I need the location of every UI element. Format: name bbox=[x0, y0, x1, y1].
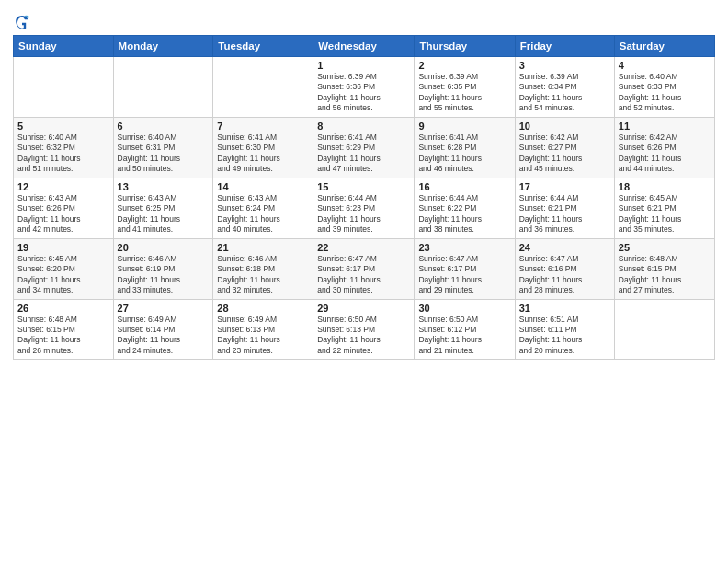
weekday-header-monday: Monday bbox=[113, 36, 213, 57]
calendar-table: SundayMondayTuesdayWednesdayThursdayFrid… bbox=[13, 35, 715, 360]
day-info: Sunrise: 6:42 AMSunset: 6:27 PMDaylight:… bbox=[519, 132, 610, 175]
day-number: 26 bbox=[17, 303, 109, 314]
calendar-cell: 6Sunrise: 6:40 AMSunset: 6:31 PMDaylight… bbox=[113, 117, 213, 178]
day-number: 2 bbox=[418, 60, 510, 71]
day-number: 31 bbox=[519, 303, 610, 314]
weekday-header-friday: Friday bbox=[515, 36, 614, 57]
calendar-cell: 10Sunrise: 6:42 AMSunset: 6:27 PMDayligh… bbox=[515, 117, 614, 178]
calendar-cell: 16Sunrise: 6:44 AMSunset: 6:22 PMDayligh… bbox=[415, 178, 515, 238]
day-info: Sunrise: 6:41 AMSunset: 6:30 PMDaylight:… bbox=[217, 132, 309, 175]
day-info: Sunrise: 6:50 AMSunset: 6:13 PMDaylight:… bbox=[317, 315, 410, 357]
day-info: Sunrise: 6:40 AMSunset: 6:33 PMDaylight:… bbox=[619, 72, 711, 114]
day-info: Sunrise: 6:51 AMSunset: 6:11 PMDaylight:… bbox=[519, 315, 610, 357]
day-info: Sunrise: 6:39 AMSunset: 6:35 PMDaylight:… bbox=[418, 72, 510, 114]
day-number: 14 bbox=[217, 181, 309, 192]
calendar-cell: 8Sunrise: 6:41 AMSunset: 6:29 PMDaylight… bbox=[313, 117, 415, 178]
calendar-cell: 27Sunrise: 6:49 AMSunset: 6:14 PMDayligh… bbox=[113, 299, 213, 360]
weekday-header-wednesday: Wednesday bbox=[313, 36, 415, 57]
day-number: 7 bbox=[217, 121, 309, 132]
day-number: 11 bbox=[619, 121, 711, 132]
day-number: 3 bbox=[519, 60, 610, 71]
day-number: 29 bbox=[317, 303, 410, 314]
weekday-header-thursday: Thursday bbox=[415, 36, 515, 57]
day-info: Sunrise: 6:48 AMSunset: 6:15 PMDaylight:… bbox=[619, 254, 711, 296]
day-number: 30 bbox=[418, 303, 510, 314]
day-number: 18 bbox=[619, 181, 711, 192]
calendar-week-row: 1Sunrise: 6:39 AMSunset: 6:36 PMDaylight… bbox=[14, 57, 715, 118]
day-number: 24 bbox=[519, 242, 610, 253]
day-number: 6 bbox=[118, 121, 210, 132]
day-info: Sunrise: 6:39 AMSunset: 6:34 PMDaylight:… bbox=[519, 72, 610, 114]
day-info: Sunrise: 6:41 AMSunset: 6:28 PMDaylight:… bbox=[418, 132, 510, 175]
day-info: Sunrise: 6:47 AMSunset: 6:17 PMDaylight:… bbox=[317, 254, 410, 296]
day-info: Sunrise: 6:45 AMSunset: 6:21 PMDaylight:… bbox=[619, 193, 711, 236]
calendar-week-row: 19Sunrise: 6:45 AMSunset: 6:20 PMDayligh… bbox=[14, 238, 715, 299]
day-number: 4 bbox=[619, 60, 711, 71]
calendar-cell bbox=[113, 57, 213, 118]
weekday-header-tuesday: Tuesday bbox=[213, 36, 313, 57]
day-number: 17 bbox=[519, 181, 610, 192]
day-info: Sunrise: 6:49 AMSunset: 6:13 PMDaylight:… bbox=[217, 315, 309, 357]
logo bbox=[13, 13, 32, 29]
calendar-cell: 4Sunrise: 6:40 AMSunset: 6:33 PMDaylight… bbox=[614, 57, 714, 118]
calendar-cell: 15Sunrise: 6:44 AMSunset: 6:23 PMDayligh… bbox=[313, 178, 415, 238]
weekday-header-sunday: Sunday bbox=[14, 36, 114, 57]
day-info: Sunrise: 6:46 AMSunset: 6:18 PMDaylight:… bbox=[217, 254, 309, 296]
day-info: Sunrise: 6:39 AMSunset: 6:36 PMDaylight:… bbox=[317, 72, 410, 114]
calendar-cell: 17Sunrise: 6:44 AMSunset: 6:21 PMDayligh… bbox=[515, 178, 614, 238]
calendar-week-row: 12Sunrise: 6:43 AMSunset: 6:26 PMDayligh… bbox=[14, 178, 715, 238]
day-info: Sunrise: 6:44 AMSunset: 6:21 PMDaylight:… bbox=[519, 193, 610, 236]
day-info: Sunrise: 6:44 AMSunset: 6:22 PMDaylight:… bbox=[418, 193, 510, 236]
calendar-cell: 31Sunrise: 6:51 AMSunset: 6:11 PMDayligh… bbox=[515, 299, 614, 360]
day-number: 5 bbox=[17, 121, 109, 132]
calendar-cell: 2Sunrise: 6:39 AMSunset: 6:35 PMDaylight… bbox=[415, 57, 515, 118]
day-number: 15 bbox=[317, 181, 410, 192]
calendar-cell: 18Sunrise: 6:45 AMSunset: 6:21 PMDayligh… bbox=[614, 178, 714, 238]
calendar-cell bbox=[213, 57, 313, 118]
calendar-cell bbox=[614, 299, 714, 360]
day-number: 19 bbox=[17, 242, 109, 253]
day-info: Sunrise: 6:43 AMSunset: 6:25 PMDaylight:… bbox=[118, 193, 210, 236]
day-number: 12 bbox=[17, 181, 109, 192]
day-number: 9 bbox=[418, 121, 510, 132]
day-number: 27 bbox=[118, 303, 210, 314]
calendar-cell: 20Sunrise: 6:46 AMSunset: 6:19 PMDayligh… bbox=[113, 238, 213, 299]
day-number: 1 bbox=[317, 60, 410, 71]
calendar-cell: 23Sunrise: 6:47 AMSunset: 6:17 PMDayligh… bbox=[415, 238, 515, 299]
day-info: Sunrise: 6:42 AMSunset: 6:26 PMDaylight:… bbox=[619, 132, 711, 175]
day-info: Sunrise: 6:44 AMSunset: 6:23 PMDaylight:… bbox=[317, 193, 410, 236]
calendar-cell: 25Sunrise: 6:48 AMSunset: 6:15 PMDayligh… bbox=[614, 238, 714, 299]
day-number: 20 bbox=[118, 242, 210, 253]
page: SundayMondayTuesdayWednesdayThursdayFrid… bbox=[0, 0, 728, 563]
day-info: Sunrise: 6:46 AMSunset: 6:19 PMDaylight:… bbox=[118, 254, 210, 296]
calendar-cell: 7Sunrise: 6:41 AMSunset: 6:30 PMDaylight… bbox=[213, 117, 313, 178]
day-info: Sunrise: 6:47 AMSunset: 6:17 PMDaylight:… bbox=[418, 254, 510, 296]
calendar-cell: 14Sunrise: 6:43 AMSunset: 6:24 PMDayligh… bbox=[213, 178, 313, 238]
calendar-week-row: 5Sunrise: 6:40 AMSunset: 6:32 PMDaylight… bbox=[14, 117, 715, 178]
calendar-cell: 30Sunrise: 6:50 AMSunset: 6:12 PMDayligh… bbox=[415, 299, 515, 360]
calendar-cell: 21Sunrise: 6:46 AMSunset: 6:18 PMDayligh… bbox=[213, 238, 313, 299]
day-number: 13 bbox=[118, 181, 210, 192]
logo-icon bbox=[14, 13, 30, 29]
day-number: 23 bbox=[418, 242, 510, 253]
calendar-cell: 29Sunrise: 6:50 AMSunset: 6:13 PMDayligh… bbox=[313, 299, 415, 360]
calendar-cell: 11Sunrise: 6:42 AMSunset: 6:26 PMDayligh… bbox=[614, 117, 714, 178]
calendar-cell bbox=[14, 57, 114, 118]
weekday-header-saturday: Saturday bbox=[614, 36, 714, 57]
day-info: Sunrise: 6:40 AMSunset: 6:31 PMDaylight:… bbox=[118, 132, 210, 175]
day-number: 28 bbox=[217, 303, 309, 314]
calendar-cell: 19Sunrise: 6:45 AMSunset: 6:20 PMDayligh… bbox=[14, 238, 114, 299]
day-info: Sunrise: 6:48 AMSunset: 6:15 PMDaylight:… bbox=[17, 315, 109, 357]
calendar-cell: 13Sunrise: 6:43 AMSunset: 6:25 PMDayligh… bbox=[113, 178, 213, 238]
day-number: 16 bbox=[418, 181, 510, 192]
day-info: Sunrise: 6:40 AMSunset: 6:32 PMDaylight:… bbox=[17, 132, 109, 175]
calendar-cell: 26Sunrise: 6:48 AMSunset: 6:15 PMDayligh… bbox=[14, 299, 114, 360]
calendar-week-row: 26Sunrise: 6:48 AMSunset: 6:15 PMDayligh… bbox=[14, 299, 715, 360]
day-number: 21 bbox=[217, 242, 309, 253]
calendar-cell: 9Sunrise: 6:41 AMSunset: 6:28 PMDaylight… bbox=[415, 117, 515, 178]
calendar-cell: 5Sunrise: 6:40 AMSunset: 6:32 PMDaylight… bbox=[14, 117, 114, 178]
day-info: Sunrise: 6:45 AMSunset: 6:20 PMDaylight:… bbox=[17, 254, 109, 296]
header bbox=[13, 9, 715, 29]
day-info: Sunrise: 6:43 AMSunset: 6:26 PMDaylight:… bbox=[17, 193, 109, 236]
day-info: Sunrise: 6:41 AMSunset: 6:29 PMDaylight:… bbox=[317, 132, 410, 175]
